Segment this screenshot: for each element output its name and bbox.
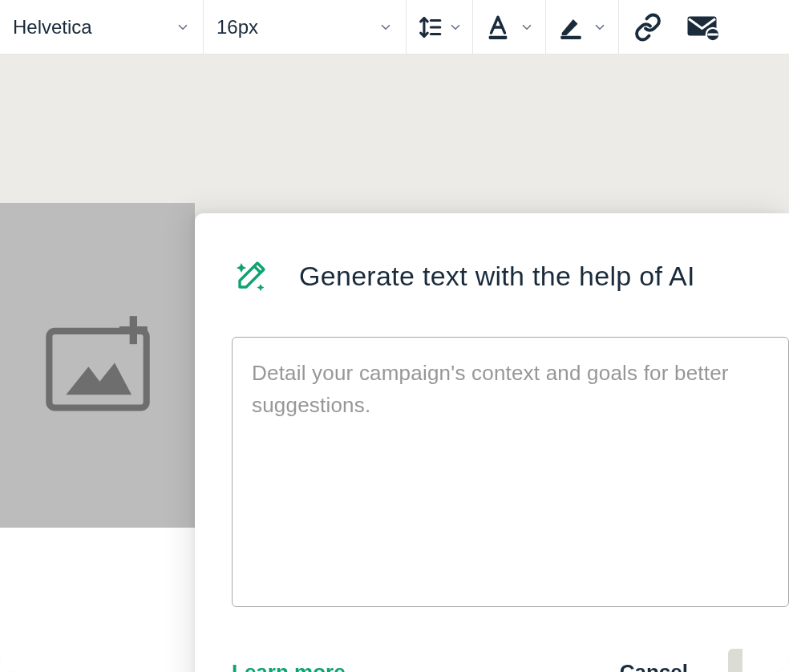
highlight-color-button[interactable] [546,0,619,54]
image-add-icon [42,314,154,418]
image-placeholder-block[interactable] [0,203,195,528]
modal-header: Generate text with the help of AI [232,257,789,295]
svg-marker-11 [66,362,132,395]
chevron-down-icon [593,20,607,34]
editor-canvas: Generate text with the help of AI Detail… [0,55,789,672]
svg-rect-6 [560,35,581,38]
magic-pencil-icon [232,257,270,295]
font-family-select[interactable]: Helvetica [0,0,204,54]
cancel-button[interactable]: Cancel [620,660,688,673]
chevron-down-icon [378,20,393,34]
svg-rect-13 [119,326,147,334]
text-color-icon [484,14,512,41]
line-height-button[interactable] [407,0,473,54]
chevron-down-icon [520,20,534,34]
font-size-label: 16px [216,16,258,38]
link-icon[interactable] [633,13,662,42]
modal-footer: Learn more Cancel [232,649,789,672]
svg-rect-5 [489,35,508,38]
ai-generate-modal: Generate text with the help of AI Detail… [195,213,789,672]
font-family-label: Helvetica [13,16,92,38]
text-color-button[interactable] [473,0,546,54]
chevron-down-icon [448,20,463,34]
highlighter-icon [557,14,585,41]
editor-toolbar: Helvetica 16px [0,0,789,55]
footer-actions: Cancel [620,649,742,672]
line-height-icon [416,14,443,41]
chevron-down-icon [176,20,190,34]
link-and-mail-group [619,0,734,54]
font-size-select[interactable]: 16px [204,0,407,54]
prompt-textarea[interactable]: Detail your campaign's context and goals… [232,337,789,607]
submit-button-edge[interactable] [728,649,742,672]
mail-unsubscribe-icon[interactable] [686,13,720,42]
content-area [0,528,195,672]
prompt-placeholder: Detail your campaign's context and goals… [252,357,769,422]
modal-title: Generate text with the help of AI [299,261,695,292]
learn-more-link[interactable]: Learn more [232,660,346,673]
